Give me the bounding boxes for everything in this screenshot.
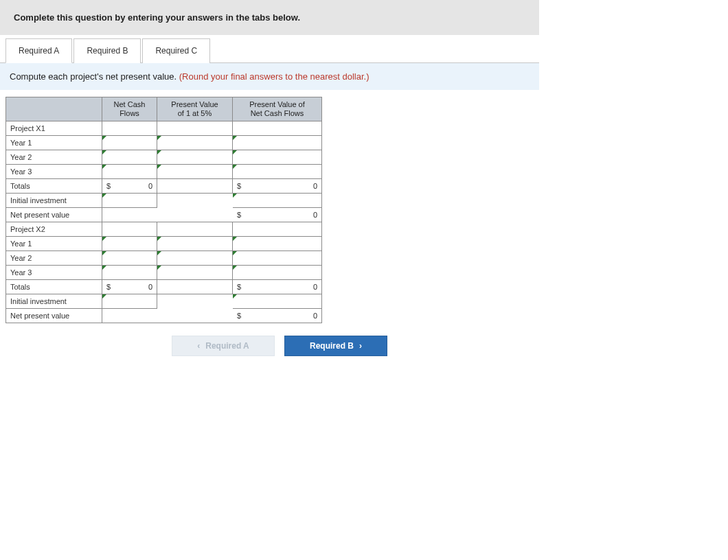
cell-pvf[interactable]: [157, 136, 233, 150]
cell-blank: [157, 208, 233, 222]
table-row: Net present value $0: [6, 309, 322, 323]
cell-pvncf[interactable]: [233, 266, 322, 280]
cell-pvf[interactable]: [157, 121, 233, 136]
cell-ncf-total: $0: [102, 280, 157, 294]
cell-pvncf[interactable]: [233, 222, 322, 237]
cell-ncf[interactable]: [102, 121, 157, 136]
table-row: Initial investment: [6, 194, 322, 208]
row-label: Totals: [6, 179, 102, 194]
cell-pvncf[interactable]: [233, 294, 322, 309]
table-row: Totals $0 $0: [6, 179, 322, 194]
cell-pvf[interactable]: [157, 165, 233, 179]
input-marker-icon: [233, 150, 237, 154]
input-marker-icon: [233, 266, 237, 270]
prev-button: ‹ Required A: [172, 336, 275, 356]
input-marker-icon: [102, 194, 106, 198]
input-marker-icon: [102, 136, 106, 140]
cell-pvncf[interactable]: [233, 150, 322, 165]
row-label: Year 1: [6, 136, 102, 150]
row-label: Project X1: [6, 121, 102, 136]
row-label: Year 2: [6, 150, 102, 165]
instruction-bar: Complete this question by entering your …: [0, 0, 539, 35]
input-marker-icon: [233, 165, 237, 169]
cell-pvf[interactable]: [157, 251, 233, 266]
currency-symbol: $: [106, 182, 111, 190]
npv-table: Net CashFlows Present Valueof 1 at 5% Pr…: [5, 97, 322, 323]
cell-pvncf[interactable]: [233, 237, 322, 251]
table-row: Year 2: [6, 251, 322, 266]
cell-value: 0: [313, 283, 317, 291]
input-marker-icon: [157, 165, 161, 169]
next-button[interactable]: Required B ›: [284, 336, 387, 356]
cell-ncf[interactable]: [102, 294, 157, 309]
table-row: Year 3: [6, 266, 322, 280]
tabs-row: Required A Required B Required C: [0, 38, 539, 63]
input-marker-icon: [157, 150, 161, 154]
prev-label: Required A: [205, 341, 249, 351]
cell-blank: [157, 294, 233, 309]
row-label: Totals: [6, 280, 102, 294]
cell-ncf[interactable]: [102, 136, 157, 150]
cell-pvncf-total: $0: [233, 179, 322, 194]
row-label: Project X2: [6, 222, 102, 237]
currency-symbol: $: [237, 312, 241, 320]
cell-ncf[interactable]: [102, 266, 157, 280]
row-label: Year 3: [6, 266, 102, 280]
input-marker-icon: [157, 251, 161, 255]
input-marker-icon: [157, 136, 161, 140]
input-marker-icon: [102, 150, 106, 154]
cell-ncf[interactable]: [102, 251, 157, 266]
input-marker-icon: [233, 237, 237, 241]
input-marker-icon: [233, 194, 237, 198]
input-marker-icon: [102, 165, 106, 169]
cell-pvncf-npv: $0: [233, 309, 322, 323]
tab-required-b[interactable]: Required B: [73, 38, 141, 63]
currency-symbol: $: [237, 182, 241, 190]
input-marker-icon: [102, 237, 106, 241]
row-label: Year 3: [6, 165, 102, 179]
tab-label: Required C: [155, 46, 197, 56]
cell-pvncf[interactable]: [233, 136, 322, 150]
header-ncf: Net CashFlows: [102, 97, 157, 121]
header-pvf: Present Valueof 1 at 5%: [157, 97, 233, 121]
row-label: Initial investment: [6, 194, 102, 208]
tab-required-a[interactable]: Required A: [5, 38, 72, 63]
cell-pvncf[interactable]: [233, 194, 322, 208]
input-marker-icon: [233, 136, 237, 140]
cell-ncf[interactable]: [102, 237, 157, 251]
cell-value: 0: [148, 182, 152, 190]
prompt-hint: (Round your final answers to the nearest…: [179, 71, 369, 82]
table-row: Year 2: [6, 150, 322, 165]
row-label: Net present value: [6, 208, 102, 222]
cell-pvf[interactable]: [157, 237, 233, 251]
table-row: Project X1: [6, 121, 322, 136]
cell-ncf[interactable]: [102, 150, 157, 165]
table-row: Year 1: [6, 136, 322, 150]
input-marker-icon: [102, 266, 106, 270]
next-label: Required B: [310, 341, 354, 351]
chevron-left-icon: ‹: [197, 341, 200, 351]
input-marker-icon: [157, 266, 161, 270]
cell-pvncf[interactable]: [233, 165, 322, 179]
cell-value: 0: [313, 211, 317, 219]
cell-ncf[interactable]: [102, 165, 157, 179]
cell-pvf[interactable]: [157, 150, 233, 165]
tab-required-c[interactable]: Required C: [142, 38, 210, 63]
cell-pvf[interactable]: [157, 266, 233, 280]
cell-ncf[interactable]: [102, 194, 157, 208]
cell-pvncf-npv: $0: [233, 208, 322, 222]
table-row: Net present value $0: [6, 208, 322, 222]
cell-blank: [157, 194, 233, 208]
cell-blank: [102, 309, 157, 323]
cell-pvncf[interactable]: [233, 251, 322, 266]
cell-pvf[interactable]: [157, 222, 233, 237]
input-marker-icon: [102, 251, 106, 255]
currency-symbol: $: [237, 211, 241, 219]
tab-label: Required A: [19, 46, 59, 56]
cell-pvncf[interactable]: [233, 121, 322, 136]
tab-label: Required B: [87, 46, 128, 56]
cell-pvf: [157, 280, 233, 294]
cell-ncf[interactable]: [102, 222, 157, 237]
row-label: Initial investment: [6, 294, 102, 309]
table-row: Initial investment: [6, 294, 322, 309]
